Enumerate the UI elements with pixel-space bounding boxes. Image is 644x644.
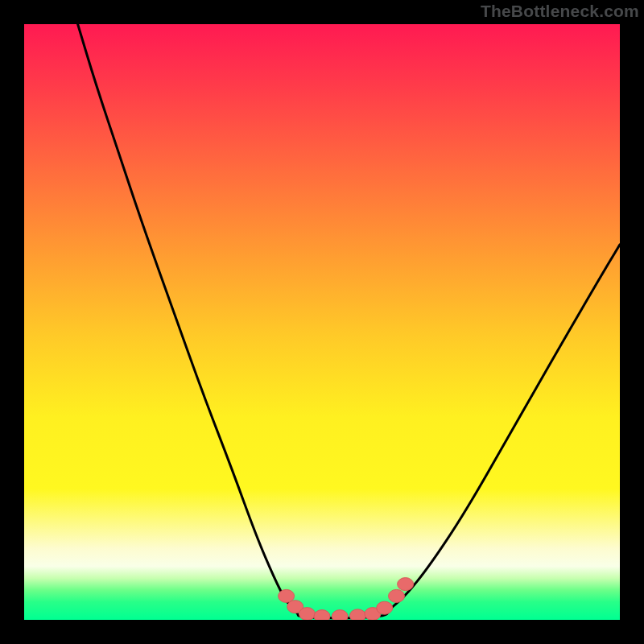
data-marker xyxy=(349,609,365,620)
plot-area xyxy=(24,24,620,620)
chart-svg xyxy=(24,24,620,620)
data-marker xyxy=(332,610,348,620)
data-marker xyxy=(389,589,405,602)
outer-frame: TheBottleneck.com xyxy=(0,0,644,644)
data-marker xyxy=(299,608,316,620)
watermark-text: TheBottleneck.com xyxy=(481,2,639,21)
data-marker xyxy=(398,578,414,591)
data-marker xyxy=(314,610,330,620)
data-marker xyxy=(377,601,393,614)
trough-curve xyxy=(78,24,620,618)
